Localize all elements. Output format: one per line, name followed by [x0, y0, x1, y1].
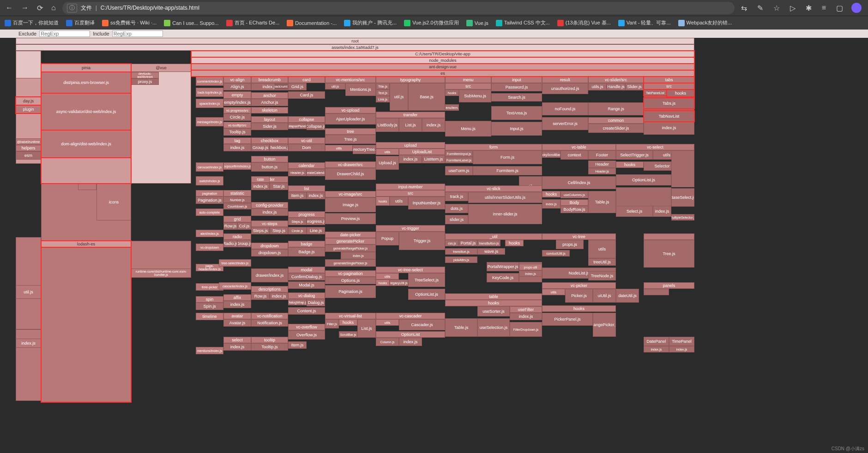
address-bar[interactable]: ⓘ 文件 | C:/Users/TR/Desktop/vite-app/stat…: [62, 2, 735, 14]
treemap-node[interactable]: dots.js: [445, 204, 468, 213]
extension-icon[interactable]: ✱: [804, 4, 814, 12]
treemap-node[interactable]: Cell/index.js: [542, 176, 616, 189]
treemap-node[interactable]: vc-virtual-list: [325, 313, 376, 319]
treemap-node[interactable]: index.js: [223, 301, 251, 308]
treemap-node[interactable]: common: [588, 117, 644, 124]
treemap-node[interactable]: BaseSelect.js: [671, 188, 694, 207]
bookmark-item[interactable]: 我的账户 - 腾讯充...: [344, 19, 397, 26]
treemap-node[interactable]: index.js: [542, 199, 561, 209]
treemap-node[interactable]: back-top/index.js: [196, 88, 223, 97]
treemap-node[interactable]: button: [251, 156, 288, 162]
treemap-node[interactable]: vc-pagination: [325, 270, 376, 277]
treemap-node[interactable]: vc-mentions/src: [325, 77, 376, 83]
treemap-node[interactable]: slider.js: [445, 215, 468, 224]
treemap-node[interactable]: form: [445, 144, 542, 150]
treemap-node[interactable]: track.js: [445, 192, 468, 201]
treemap-node[interactable]: message/index.js: [196, 117, 223, 126]
treemap-node[interactable]: unauthorized.js: [542, 83, 588, 94]
treemap-node[interactable]: Align.js: [223, 83, 251, 90]
treemap-node[interactable]: Options.js: [325, 277, 376, 284]
treemap-node[interactable]: anchor: [251, 92, 288, 99]
treemap-node[interactable]: OptionList.js: [616, 174, 671, 185]
treemap-node[interactable]: Preview.js: [325, 213, 376, 224]
treemap-node[interactable]: props-util: [519, 264, 542, 270]
treemap-node[interactable]: utils: [376, 273, 399, 280]
bookmark-item[interactable]: Webpack友好的错...: [678, 19, 732, 26]
treemap-node[interactable]: stickyScrollBar.js: [542, 151, 561, 158]
treemap-node[interactable]: Badge.js: [288, 247, 325, 256]
treemap-node[interactable]: comment/index.js: [196, 77, 223, 86]
treemap-node[interactable]: Circle.js: [288, 227, 307, 234]
treemap-node[interactable]: index.js: [644, 346, 669, 352]
tabs-icon[interactable]: ▢: [834, 4, 845, 12]
treemap-node[interactable]: Link.js: [376, 96, 390, 102]
treemap-node[interactable]: Tree.js: [325, 135, 376, 144]
treemap-node[interactable]: icons: [96, 184, 131, 221]
treemap-node[interactable]: DialogWrap.js: [288, 299, 307, 305]
treemap-node[interactable]: layout: [251, 116, 288, 123]
treemap-node[interactable]: vc-image/src: [325, 191, 376, 197]
treemap-node[interactable]: tree: [325, 128, 376, 135]
treemap-node[interactable]: helpers: [16, 145, 41, 151]
treemap-node[interactable]: src: [376, 190, 445, 197]
treemap-node[interactable]: breadcrumb: [251, 77, 288, 83]
treemap-node[interactable]: vc-tooltip/src: [223, 122, 251, 128]
treemap-node[interactable]: Input.js: [491, 122, 542, 136]
treemap-node[interactable]: ant-design-vue: [191, 64, 694, 70]
treemap-node[interactable]: useSelection.js: [477, 318, 510, 337]
treemap-node[interactable]: Collapse.js: [307, 123, 325, 130]
treemap-node[interactable]: Handle.js: [607, 83, 625, 90]
treemap-node[interactable]: Tabs.js: [644, 98, 694, 109]
bookmark-item[interactable]: ss免费账号 · Wiki ·...: [102, 19, 157, 26]
treemap-node[interactable]: Footer: [588, 150, 616, 160]
treemap-node[interactable]: Steps.js: [251, 227, 270, 234]
treemap-node[interactable]: props.js: [556, 240, 584, 249]
treemap-node[interactable]: transButton.js: [477, 240, 500, 246]
treemap-node[interactable]: BodyRow.js: [561, 206, 588, 213]
treemap-node[interactable]: AjaxUploader.js: [325, 113, 376, 125]
reload-button[interactable]: ⟳: [35, 4, 45, 12]
treemap-node[interactable]: vc-dropdown: [196, 244, 223, 251]
treemap-node[interactable]: input-number: [376, 184, 445, 190]
treemap-node[interactable]: hooks: [445, 300, 542, 306]
treemap-node[interactable]: index.js: [251, 183, 270, 190]
treemap-node[interactable]: space/index.js: [196, 99, 223, 108]
treemap-node[interactable]: panels: [644, 282, 694, 289]
treemap-node[interactable]: tooltip: [251, 337, 288, 343]
treemap-node[interactable]: useForm.js: [445, 166, 473, 175]
treemap-node[interactable]: button.js: [251, 162, 288, 172]
treemap-node[interactable]: assets/index.1a86add7.js: [16, 44, 694, 51]
treemap-node[interactable]: utils.js: [588, 83, 607, 90]
treemap-node[interactable]: utils: [588, 240, 616, 258]
treemap-node[interactable]: index.js: [669, 346, 694, 352]
treemap-node[interactable]: index.js: [399, 155, 422, 163]
treemap-node[interactable]: Password.js: [491, 83, 542, 91]
treemap-node[interactable]: input: [491, 77, 542, 83]
treemap-node[interactable]: Table.js: [588, 191, 616, 213]
home-button[interactable]: ⌂: [49, 4, 58, 12]
treemap-node[interactable]: popconfirm/index.js: [223, 162, 251, 170]
treemap-node[interactable]: transition.js: [445, 248, 477, 255]
treemap-node[interactable]: Image.js: [325, 197, 376, 212]
treemap-node[interactable]: vc-tree-select: [376, 267, 445, 273]
treemap-node[interactable]: [16, 237, 41, 329]
treemap-node[interactable]: @vue: [131, 64, 191, 72]
treemap-node[interactable]: tree-select/index.js: [219, 259, 251, 267]
treemap-node[interactable]: MenuItem.js: [445, 104, 459, 111]
menu-icon[interactable]: ≡: [820, 4, 828, 12]
treemap-node[interactable]: vc-picker: [542, 282, 616, 289]
treemap-node[interactable]: TreeSelect.js: [408, 273, 445, 287]
treemap-node[interactable]: timeline: [196, 313, 223, 320]
treemap-node[interactable]: SubMenu.js: [459, 89, 491, 102]
treemap-node[interactable]: Radio.js: [223, 240, 237, 247]
treemap-node[interactable]: hooks: [339, 319, 357, 326]
treemap-node[interactable]: badge: [288, 241, 325, 247]
include-input[interactable]: [112, 30, 163, 37]
treemap-node[interactable]: Row.js: [223, 222, 237, 230]
treemap-node[interactable]: pagination: [196, 190, 223, 197]
treemap-node[interactable]: util.js: [325, 83, 345, 89]
treemap-node[interactable]: List.js: [399, 118, 422, 132]
treemap-node[interactable]: progress: [288, 211, 325, 218]
treemap-node[interactable]: Header.js: [588, 168, 616, 174]
play-icon[interactable]: ▷: [788, 4, 797, 12]
